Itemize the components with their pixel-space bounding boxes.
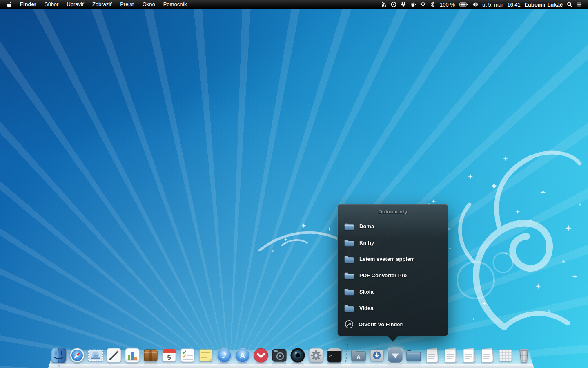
spotlight-icon[interactable] [567, 2, 572, 7]
folder-icon [344, 287, 354, 296]
calendar-dock-icon[interactable]: 5 [161, 347, 177, 364]
safari-dock-icon[interactable] [69, 347, 85, 364]
user-menu[interactable]: Ľubomír Lukáč [525, 2, 563, 8]
stack-popup-title: Dokumenty [338, 207, 448, 218]
mail-dock-icon[interactable] [87, 347, 104, 364]
grid-stack-dock-icon[interactable] [497, 347, 514, 364]
chart-app-dock-icon[interactable] [124, 347, 140, 364]
stack-item-skola[interactable]: Škola [338, 283, 448, 300]
documents-stack-1-dock-icon[interactable] [424, 347, 440, 364]
battery-icon[interactable] [459, 2, 468, 7]
stack-items-list: DomaKnihyLetem svetem applemPDF Converte… [338, 218, 448, 316]
leather-box-app-dock-icon[interactable] [143, 347, 159, 364]
circle-status-icon[interactable] [391, 2, 396, 7]
caffeine-icon[interactable] [410, 2, 416, 7]
wifi-icon[interactable] [420, 2, 426, 7]
bluetooth-icon[interactable] [430, 2, 436, 7]
stickies-dock-icon[interactable] [198, 347, 214, 364]
folder-icon [344, 238, 354, 247]
menu-zobrazit[interactable]: Zobraziť [88, 0, 116, 9]
apple-menu[interactable] [5, 0, 16, 9]
reminders-dock-icon[interactable] [179, 347, 196, 364]
folder-icon [344, 304, 354, 312]
running-indicator [58, 365, 60, 367]
menu-subor[interactable]: Súbor [40, 0, 63, 9]
svg-text:A: A [356, 354, 360, 360]
svg-text:5: 5 [167, 354, 171, 361]
downloads-stack-dock-icon[interactable] [369, 347, 385, 364]
stack-item-letem-svetem-applem[interactable]: Letem svetem applem [338, 251, 448, 267]
menubar-status-area: 100 %ut 5. mar16:41Ľubomír Lukáč [381, 2, 583, 8]
menu-upravit[interactable]: Upraviť [62, 0, 88, 9]
battery-percent[interactable]: 100 % [440, 2, 455, 8]
stack-item-doma[interactable]: Doma [338, 218, 448, 234]
stack-popup-dokumenty: Dokumenty DomaKnihyLetem svetem applemPD… [337, 204, 448, 336]
dock-icons-row: 5♪A>_A [48, 344, 534, 364]
folder-icon [344, 255, 354, 263]
documents-stack-3-dock-icon[interactable] [461, 347, 477, 364]
stack-item-label: PDF Converter Pro [359, 272, 407, 278]
trash-dock-icon[interactable] [516, 347, 532, 364]
light-rays-decoration [0, 0, 588, 368]
open-in-finder-icon [344, 320, 354, 329]
menubar-menus: FinderSúborUpraviťZobraziťPrejsťOknoPomo… [5, 0, 191, 9]
dropbox-icon[interactable] [401, 2, 406, 7]
stack-item-videa[interactable]: Videa [338, 300, 448, 316]
menu-finder[interactable]: Finder [16, 0, 40, 9]
applications-stack-dock-icon[interactable]: A [350, 347, 367, 364]
svg-text:♪: ♪ [221, 351, 226, 360]
documents-stack-4-dock-icon[interactable] [479, 347, 495, 364]
terminal-dock-icon[interactable]: >_ [326, 347, 343, 364]
notification-center-icon[interactable] [577, 2, 582, 7]
app-store-dock-icon[interactable]: A [234, 347, 251, 364]
stack-item-pdf-converter-pro[interactable]: PDF Converter Pro [338, 267, 448, 283]
finder-dock-icon[interactable] [51, 347, 67, 364]
folder-stack-dock-icon[interactable] [405, 347, 422, 364]
pocket-dock-icon[interactable] [253, 347, 269, 364]
svg-text:A: A [240, 352, 245, 359]
folder-icon [344, 222, 354, 231]
apple-icon [7, 2, 13, 8]
stack-item-label: Letem svetem applem [359, 256, 415, 262]
stack-item-label: Škola [359, 289, 374, 295]
stack-item-label: Knihy [359, 240, 374, 246]
itunes-dock-icon[interactable]: ♪ [216, 347, 232, 364]
volume-icon[interactable] [472, 2, 478, 7]
photo-booth-dock-icon[interactable] [290, 347, 306, 364]
dock-separator [345, 344, 348, 364]
dokumenty-stack-dock-icon[interactable] [387, 347, 403, 364]
clock-date[interactable]: ut 5. mar [482, 2, 503, 8]
stack-item-label: Videa [359, 305, 373, 311]
desktop-wallpaper[interactable] [0, 0, 588, 368]
open-in-finder-item[interactable]: Otvoriť vo Finderi [338, 316, 448, 332]
drawing-app-dock-icon[interactable] [106, 347, 122, 364]
folder-icon [344, 271, 354, 280]
dock: 5♪A>_A [48, 341, 534, 368]
documents-stack-2-dock-icon[interactable] [442, 347, 459, 364]
stack-item-label: Doma [359, 223, 374, 229]
menu-okno[interactable]: Okno [138, 0, 159, 9]
menubar: FinderSúborUpraviťZobraziťPrejsťOknoPomo… [0, 0, 588, 9]
system-preferences-dock-icon[interactable] [308, 347, 324, 364]
menu-pomocnik[interactable]: Pomocník [159, 0, 191, 9]
camera-app-dock-icon[interactable] [271, 347, 287, 364]
svg-text:>_: >_ [329, 353, 334, 358]
rss-icon[interactable] [381, 2, 387, 7]
stack-item-knihy[interactable]: Knihy [338, 234, 448, 251]
stack-popup-arrow [388, 336, 398, 342]
open-in-finder-label: Otvoriť vo Finderi [359, 321, 403, 328]
clock-time[interactable]: 16:41 [507, 2, 521, 8]
menu-prejst[interactable]: Prejsť [116, 0, 138, 9]
